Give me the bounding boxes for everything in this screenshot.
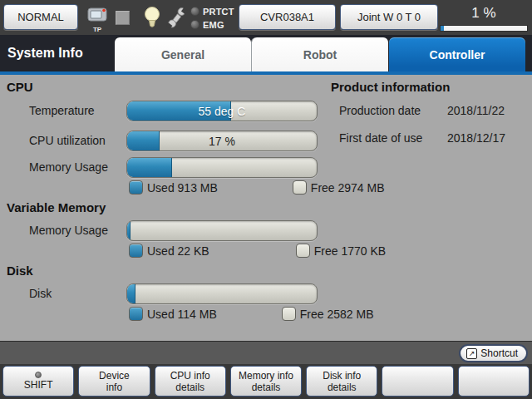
fkey-device-info-button[interactable]: Device info	[78, 366, 150, 397]
speed-progress-bar	[440, 25, 528, 32]
used-chip-icon	[129, 307, 143, 321]
fkey-empty-button[interactable]	[382, 366, 453, 397]
fkey-label: SHIFT	[24, 379, 53, 391]
stop-square-icon	[116, 11, 130, 25]
variable-memory-section-heading: Variable Memory	[7, 200, 106, 214]
shift-led-icon	[35, 372, 42, 378]
product-info-heading: Product information	[331, 80, 450, 94]
shortcut-window-icon: ↗	[466, 348, 477, 359]
fkey-shift-button[interactable]: SHIFT	[2, 366, 74, 397]
cpu-section-heading: CPU	[7, 80, 33, 94]
controller-info-panel: CPU Temperature 55 deg C CPU utilization…	[0, 75, 532, 341]
disk-label: Disk	[29, 287, 52, 300]
temperature-bar-text: 55 deg C	[127, 101, 317, 121]
emg-indicator: EMG	[190, 18, 234, 31]
cpu-memory-free-value: Free 2974 MB	[311, 181, 385, 195]
fkey-empty-button[interactable]	[458, 366, 530, 397]
production-date-label: Production date	[339, 104, 421, 117]
program-name-button[interactable]: CVR038A1	[239, 4, 336, 30]
shortcut-button[interactable]: ↗ Shortcut	[459, 344, 528, 362]
fkey-memory-info-details-button[interactable]: Memory info details	[230, 366, 302, 397]
page-title: System Info	[7, 35, 83, 71]
free-chip-icon	[296, 244, 310, 258]
free-chip-icon	[293, 180, 307, 195]
used-chip-icon	[129, 180, 143, 195]
coordinate-mode-button[interactable]: Joint W 0 T 0	[340, 4, 438, 30]
emg-led-icon	[190, 20, 200, 29]
cpu-memory-usage-bar-fill	[127, 158, 172, 177]
speed-indicator: 1 %	[440, 3, 528, 32]
prtct-indicator: PRTCT	[190, 5, 234, 17]
function-key-bar: SHIFT Device info CPU info details Memor…	[0, 364, 532, 399]
tab-general[interactable]: General	[115, 37, 251, 71]
first-use-date-value: 2018/12/17	[447, 131, 505, 145]
disk-bar	[126, 283, 318, 304]
tab-robot[interactable]: Robot	[252, 37, 388, 71]
disk-free-value: Free 2582 MB	[300, 308, 374, 321]
speed-progress-fill	[441, 26, 444, 31]
variable-memory-usage-bar-fill	[127, 221, 131, 240]
variable-memory-used-value: Used 22 KB	[147, 244, 209, 258]
disk-section-heading: Disk	[7, 264, 33, 278]
tab-controller[interactable]: Controller	[389, 37, 525, 71]
cpu-utilization-label: CPU utilization	[29, 134, 106, 147]
fkey-label: Disk info details	[323, 370, 361, 393]
shortcut-button-label: Shortcut	[480, 347, 518, 359]
fkey-label: Memory info details	[239, 370, 293, 393]
status-bar: NORMAL TP PRTCT	[0, 0, 532, 35]
title-bar: System Info General Robot Controller	[0, 35, 532, 71]
emg-label: EMG	[203, 20, 224, 30]
cpu-utilization-bar-text: 17 %	[127, 131, 317, 150]
cpu-memory-used-value: Used 913 MB	[147, 181, 218, 195]
temperature-label: Temperature	[29, 104, 95, 117]
variable-memory-usage-label: Memory Usage	[29, 224, 108, 237]
fkey-label: CPU info details	[170, 370, 210, 393]
temperature-bar: 55 deg C	[126, 101, 318, 121]
wrench-icon	[166, 7, 188, 32]
fkey-label: Device info	[99, 370, 130, 393]
prtct-label: PRTCT	[203, 7, 234, 17]
variable-memory-usage-bar	[126, 220, 318, 241]
teach-pendant-icon: TP	[86, 7, 109, 33]
tp-icon-label: TP	[86, 27, 109, 33]
disk-legend: Used 114 MB Free 2582 MB	[129, 307, 378, 321]
disk-bar-fill	[127, 284, 135, 303]
variable-memory-legend: Used 22 KB Free 1770 KB	[129, 244, 378, 258]
first-use-date-label: First date of use	[339, 131, 422, 145]
variable-memory-free-value: Free 1770 KB	[314, 244, 386, 258]
fkey-disk-info-details-button[interactable]: Disk info details	[306, 366, 377, 397]
free-chip-icon	[282, 307, 296, 321]
safety-indicators: PRTCT EMG	[190, 5, 234, 32]
cpu-memory-usage-label: Memory Usage	[29, 160, 108, 174]
cpu-memory-usage-bar	[126, 157, 318, 178]
speed-value: 1 %	[440, 3, 528, 23]
shortcut-strip: ↗ Shortcut	[0, 341, 532, 364]
cpu-memory-legend: Used 913 MB Free 2974 MB	[129, 180, 378, 195]
cpu-utilization-bar: 17 %	[126, 131, 318, 151]
production-date-value: 2018/11/22	[447, 104, 505, 117]
prtct-led-icon	[190, 7, 200, 16]
lamp-bulb-icon	[143, 6, 161, 32]
mode-status-button[interactable]: NORMAL	[3, 4, 78, 30]
disk-used-value: Used 114 MB	[147, 308, 217, 321]
fkey-cpu-info-details-button[interactable]: CPU info details	[155, 366, 226, 397]
used-chip-icon	[129, 244, 143, 258]
